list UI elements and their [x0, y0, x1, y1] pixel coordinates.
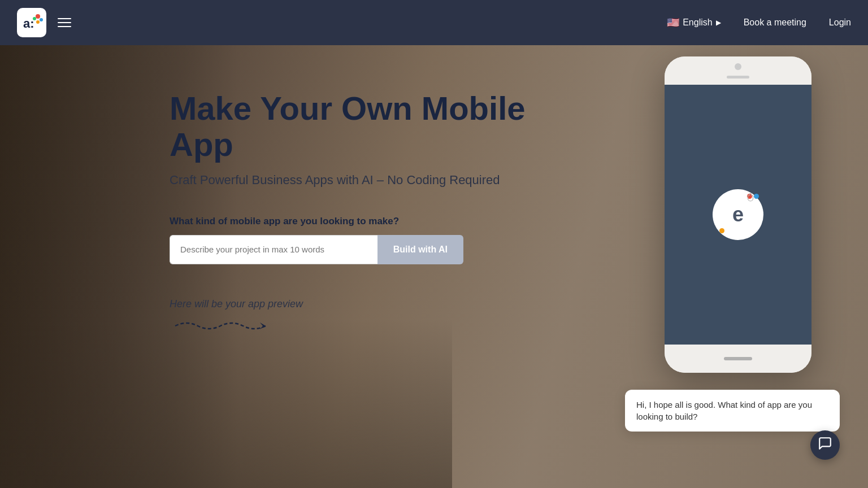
phone-speaker: [727, 76, 749, 79]
hamburger-line-2: [58, 22, 71, 23]
app-icon: e: [713, 189, 763, 240]
touch-icon: [745, 193, 756, 205]
chat-bubble-text: Hi, I hope all is good. What kind of app…: [636, 400, 812, 421]
hamburger-line-3: [58, 26, 71, 27]
phone-bottom-bar: [665, 345, 811, 373]
build-with-ai-button[interactable]: Build with AI: [377, 235, 463, 264]
hero-title: Make Your Own Mobile App: [170, 90, 593, 163]
language-selector[interactable]: 🇺🇸 English ▶: [667, 16, 721, 29]
svg-point-4: [36, 20, 40, 24]
language-label: English: [683, 18, 712, 28]
dot-yellow: [719, 228, 724, 233]
svg-point-5: [33, 17, 36, 20]
svg-point-2: [36, 14, 40, 19]
project-input[interactable]: [170, 235, 377, 264]
project-form: Build with AI: [170, 235, 463, 264]
navbar-right: 🇺🇸 English ▶ Book a meeting Login: [667, 16, 851, 29]
phone-notch: [665, 56, 811, 85]
svg-point-3: [40, 18, 43, 21]
hamburger-line-1: [58, 18, 71, 19]
navbar-left: a:: [17, 8, 71, 37]
svg-marker-6: [260, 323, 266, 329]
book-meeting-link[interactable]: Book a meeting: [744, 18, 806, 28]
svg-text:a:: a:: [23, 16, 34, 30]
chat-widget-button[interactable]: [810, 430, 840, 460]
dashed-arrow: [170, 315, 283, 339]
chat-bubble: Hi, I hope all is good. What kind of app…: [625, 390, 840, 432]
form-label: What kind of mobile app are you looking …: [170, 216, 399, 227]
app-icon-letter: e: [732, 203, 744, 226]
chat-widget-icon: [818, 436, 832, 454]
flag-icon: 🇺🇸: [667, 16, 679, 29]
hero-section: Make Your Own Mobile App Craft Powerful …: [0, 0, 868, 488]
preview-hint-text: Here will be your app preview: [170, 298, 303, 310]
navbar: a: 🇺🇸 English ▶ Book a meeting Login: [0, 0, 868, 45]
login-button[interactable]: Login: [829, 18, 851, 28]
phone-screen: e: [665, 85, 811, 345]
logo[interactable]: a:: [17, 8, 46, 37]
hamburger-button[interactable]: [58, 18, 71, 27]
hero-subtitle: Craft Powerful Business Apps with AI – N…: [170, 173, 500, 188]
phone-camera: [735, 63, 741, 70]
phone-mockup: e: [665, 56, 811, 373]
home-indicator: [724, 357, 752, 360]
language-arrow-icon: ▶: [716, 19, 721, 27]
